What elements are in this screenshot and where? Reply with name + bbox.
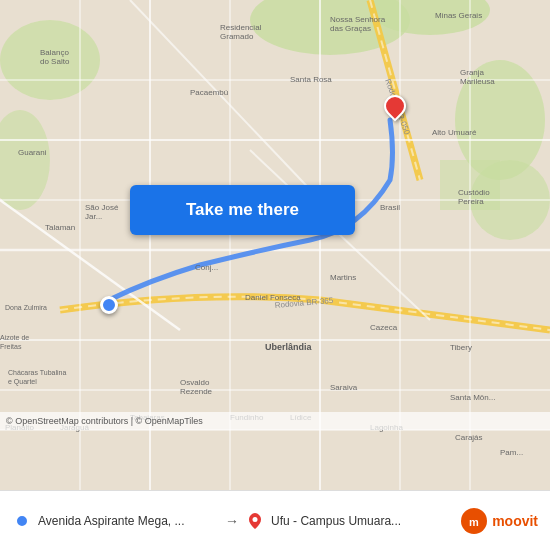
svg-text:Freitas: Freitas bbox=[0, 343, 22, 350]
svg-text:Aizote de: Aizote de bbox=[0, 334, 29, 341]
svg-text:Balanço: Balanço bbox=[40, 48, 69, 57]
svg-text:Pereira: Pereira bbox=[458, 197, 484, 206]
svg-text:Residencial: Residencial bbox=[220, 23, 262, 32]
svg-text:Marileusa: Marileusa bbox=[460, 77, 495, 86]
destination-label: Ufu - Campus Umuara... bbox=[271, 514, 401, 528]
svg-text:Santa Môn...: Santa Môn... bbox=[450, 393, 495, 402]
destination-icon bbox=[245, 511, 265, 531]
copyright-bar: © OpenStreetMap contributors | © OpenMap… bbox=[0, 412, 550, 430]
origin-label: Avenida Aspirante Mega, ... bbox=[38, 514, 185, 528]
svg-text:Gramado: Gramado bbox=[220, 32, 254, 41]
svg-text:das Graças: das Graças bbox=[330, 24, 371, 33]
svg-text:Chácaras Tubalina: Chácaras Tubalina bbox=[8, 369, 66, 376]
destination-info: Ufu - Campus Umuara... bbox=[245, 511, 452, 531]
moovit-icon: m bbox=[460, 507, 488, 535]
svg-text:Rezende: Rezende bbox=[180, 387, 213, 396]
bottom-info-bar: Avenida Aspirante Mega, ... → Ufu - Camp… bbox=[0, 490, 550, 550]
svg-text:Martins: Martins bbox=[330, 273, 356, 282]
svg-text:Granja: Granja bbox=[460, 68, 485, 77]
svg-text:Uberlândia: Uberlândia bbox=[265, 342, 313, 352]
svg-text:m: m bbox=[469, 516, 479, 528]
svg-text:Guarani: Guarani bbox=[18, 148, 47, 157]
svg-text:Tibery: Tibery bbox=[450, 343, 472, 352]
svg-text:Osvaldo: Osvaldo bbox=[180, 378, 210, 387]
copyright-text: © OpenStreetMap contributors | © OpenMap… bbox=[6, 416, 203, 426]
map-container: Balanço do Salto Residencial Gramado Nos… bbox=[0, 0, 550, 490]
svg-text:do Salto: do Salto bbox=[40, 57, 70, 66]
svg-point-71 bbox=[253, 517, 258, 522]
svg-point-70 bbox=[16, 515, 28, 527]
svg-text:Carajás: Carajás bbox=[455, 433, 483, 442]
moovit-label: moovit bbox=[492, 513, 538, 529]
svg-text:São José: São José bbox=[85, 203, 119, 212]
take-me-there-button[interactable]: Take me there bbox=[130, 185, 355, 235]
svg-text:Saraiva: Saraiva bbox=[330, 383, 358, 392]
moovit-logo: m moovit bbox=[460, 507, 538, 535]
svg-text:Conj...: Conj... bbox=[195, 263, 218, 272]
svg-text:Minas Gerais: Minas Gerais bbox=[435, 11, 482, 20]
origin-icon bbox=[12, 511, 32, 531]
svg-text:e Quartel: e Quartel bbox=[8, 378, 37, 386]
svg-text:Pam...: Pam... bbox=[500, 448, 523, 457]
svg-text:Nossa Senhora: Nossa Senhora bbox=[330, 15, 386, 24]
origin-info: Avenida Aspirante Mega, ... bbox=[12, 511, 219, 531]
svg-text:Cazeca: Cazeca bbox=[370, 323, 398, 332]
svg-text:Custódio: Custódio bbox=[458, 188, 490, 197]
destination-marker bbox=[384, 95, 406, 117]
svg-text:Alto Umuaré: Alto Umuaré bbox=[432, 128, 477, 137]
route-arrow: → bbox=[225, 513, 239, 529]
svg-text:Talaman: Talaman bbox=[45, 223, 75, 232]
svg-text:Pacaembú: Pacaembú bbox=[190, 88, 228, 97]
svg-text:Santa Rosa: Santa Rosa bbox=[290, 75, 332, 84]
svg-text:Jar...: Jar... bbox=[85, 212, 102, 221]
svg-text:Brasil: Brasil bbox=[380, 203, 400, 212]
origin-location-dot bbox=[100, 296, 118, 314]
svg-text:Dona Zulmira: Dona Zulmira bbox=[5, 304, 47, 311]
